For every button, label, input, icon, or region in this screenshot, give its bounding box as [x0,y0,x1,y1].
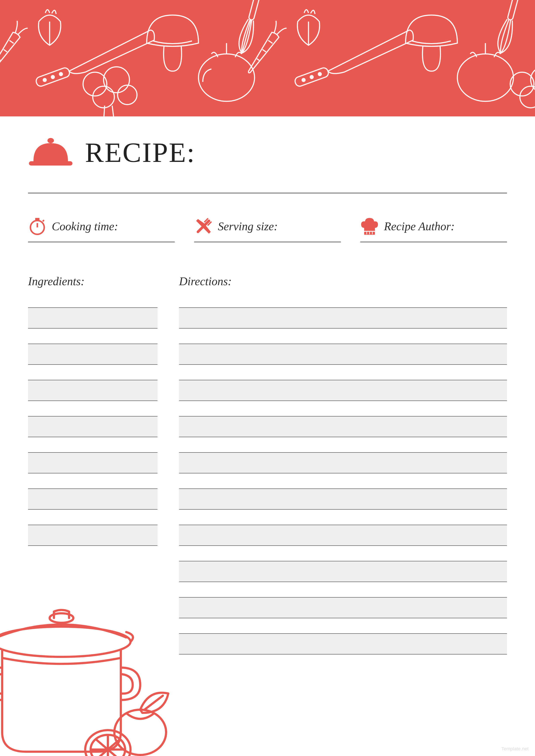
watermark: Template.net [501,746,528,752]
recipe-card-page: RECIPE: [0,0,535,756]
svg-point-3 [51,75,55,79]
page-title: RECIPE: [85,136,195,169]
ingredient-line[interactable] [28,525,157,546]
ingredient-line[interactable] [28,489,157,510]
svg-point-7 [310,75,314,79]
cooking-time-field[interactable]: Cooking time: [28,217,175,242]
direction-line[interactable] [179,344,507,365]
ingredients-column: Ingredients: [28,275,157,669]
serving-size-line [194,242,341,242]
ingredient-line[interactable] [28,308,157,329]
serving-size-field[interactable]: Serving size: [194,217,341,242]
svg-rect-0 [0,0,535,117]
recipe-author-label: Recipe Author: [384,220,455,233]
direction-line[interactable] [179,489,507,510]
ingredient-line[interactable] [28,452,157,473]
recipe-author-field[interactable]: Recipe Author: [360,217,507,242]
header-banner [0,0,535,117]
svg-point-6 [318,72,322,76]
title-row: RECIPE: [28,136,507,169]
cloche-icon [28,136,73,169]
cooking-time-label: Cooking time: [52,220,118,233]
ingredient-line[interactable] [28,380,157,401]
ingredient-line[interactable] [28,416,157,437]
serving-size-label: Serving size: [218,220,278,233]
stopwatch-icon [28,217,46,236]
svg-point-4 [43,78,46,82]
svg-point-2 [59,72,63,76]
svg-point-43 [114,710,166,755]
chef-hat-icon [360,217,379,236]
directions-label: Directions: [179,275,507,288]
direction-line[interactable] [179,597,507,618]
title-divider [28,193,507,193]
direction-line[interactable] [179,525,507,546]
direction-line[interactable] [179,633,507,655]
ingredients-label: Ingredients: [28,275,157,288]
direction-line[interactable] [179,561,507,582]
content-area: RECIPE: [0,117,535,669]
direction-line[interactable] [179,308,507,329]
directions-column: Directions: [179,275,507,669]
meta-row: Cooking time: [28,217,507,242]
cooking-time-line [28,242,175,242]
svg-point-8 [301,78,305,82]
svg-point-27 [47,138,54,143]
direction-line[interactable] [179,380,507,401]
svg-line-33 [43,220,44,221]
columns: Ingredients: Directions: [28,275,507,669]
ingredient-line[interactable] [28,344,157,365]
fork-knife-icon [194,217,213,236]
direction-line[interactable] [179,416,507,437]
svg-rect-28 [29,161,72,166]
direction-line[interactable] [179,452,507,473]
recipe-name-input[interactable] [207,139,507,166]
header-illustration [0,0,535,117]
recipe-author-line [360,242,507,242]
svg-rect-31 [35,218,40,220]
